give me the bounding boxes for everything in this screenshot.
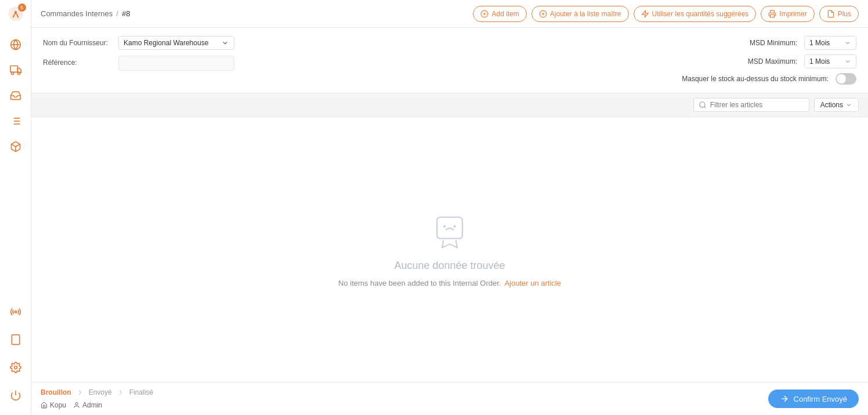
supplier-value: Kamo Regional Warehouse (124, 39, 218, 47)
more-button[interactable]: Plus (819, 6, 859, 22)
add-article-link[interactable]: Ajouter un article (504, 279, 561, 287)
hide-stock-label: Masquer le stock au-dessus du stock mini… (682, 75, 829, 83)
svg-point-27 (699, 102, 704, 107)
msd-max-label: MSD Maximum: (748, 57, 797, 65)
chevron-down-icon-2 (844, 39, 851, 46)
sidebar-item-box[interactable] (4, 135, 27, 158)
filter-bar: Actions (31, 93, 868, 117)
header-actions: Add item Ajouter à la liste maître Utili… (473, 6, 859, 22)
reference-label: Référence: (43, 56, 118, 67)
form-settings-container: Nom du Fournisseur: Kamo Regional Wareho… (31, 28, 868, 93)
sidebar-item-power[interactable] (4, 384, 27, 407)
supplier-row: Nom du Fournisseur: Kamo Regional Wareho… (43, 36, 659, 50)
top-header: Commandes Internes / #8 Add item Ajouter… (31, 0, 868, 28)
svg-rect-4 (10, 66, 17, 72)
supplier-select[interactable]: Kamo Regional Warehouse (118, 36, 234, 50)
svg-point-5 (11, 72, 13, 74)
arrow-right-icon (780, 394, 789, 403)
chevron-down-icon-4 (845, 101, 852, 108)
reference-row: Référence: (43, 56, 659, 71)
msd-max-value: 1 Mois (809, 57, 842, 65)
footer-admin-label: Admin (82, 401, 102, 409)
footer: Brouillon Envoyé Finalisé Kopu (31, 382, 868, 415)
empty-title: Aucune donnée trouvée (394, 260, 505, 272)
empty-state: Aucune donnée trouvée No items have been… (31, 117, 868, 382)
main-content: Commandes Internes / #8 Add item Ajouter… (31, 0, 868, 415)
print-icon (768, 10, 776, 18)
workflow-steps: Brouillon Envoyé Finalisé (41, 388, 153, 396)
lightning-icon (641, 10, 649, 18)
file-icon (827, 10, 835, 18)
hide-stock-row: Masquer le stock au-dessus du stock mini… (682, 73, 856, 85)
actions-label: Actions (820, 101, 843, 109)
home-icon (41, 402, 48, 409)
step-finalise[interactable]: Finalisé (129, 388, 153, 396)
svg-point-14 (15, 311, 16, 312)
msd-min-label: MSD Minimum: (750, 39, 797, 47)
print-button[interactable]: Imprimer (761, 6, 814, 22)
chevron-down-icon-3 (844, 58, 851, 65)
sidebar-item-tablet[interactable] (4, 328, 27, 351)
step-envoye[interactable]: Envoyé (89, 388, 112, 396)
reference-control (118, 56, 234, 71)
svg-point-32 (75, 403, 78, 405)
user-icon (73, 402, 80, 409)
sidebar-item-settings[interactable] (4, 356, 27, 379)
svg-point-30 (443, 225, 446, 227)
svg-point-31 (454, 225, 456, 227)
svg-point-6 (17, 72, 20, 74)
step-brouillon[interactable]: Brouillon (41, 388, 71, 396)
confirm-button-label: Confirm Envoyé (794, 395, 847, 403)
msd-max-row: MSD Maximum: 1 Mois (748, 54, 856, 68)
search-input[interactable] (710, 101, 804, 109)
breadcrumb-current: #8 (122, 9, 130, 18)
breadcrumb-parent[interactable]: Commandes Internes (41, 9, 113, 18)
chevron-down-icon (221, 39, 229, 47)
form-left: Nom du Fournisseur: Kamo Regional Wareho… (31, 28, 670, 93)
sidebar-item-list[interactable] (4, 110, 27, 133)
msd-min-value: 1 Mois (809, 39, 842, 47)
app-logo[interactable]: 5 (8, 6, 24, 24)
svg-point-17 (14, 366, 17, 369)
search-wrapper (693, 98, 809, 112)
app-badge: 5 (18, 3, 26, 12)
svg-rect-26 (771, 14, 775, 17)
supplier-label: Nom du Fournisseur: (43, 36, 118, 47)
empty-subtitle: No items have been added to this Interna… (338, 279, 561, 287)
svg-line-28 (704, 107, 706, 108)
footer-admin: Admin (73, 401, 102, 409)
msd-min-select[interactable]: 1 Mois (804, 36, 856, 50)
plus-circle-icon-2 (539, 10, 547, 18)
add-item-button[interactable]: Add item (473, 6, 526, 22)
actions-button[interactable]: Actions (814, 98, 859, 112)
supplier-control: Kamo Regional Warehouse (118, 36, 234, 50)
empty-state-icon (429, 212, 470, 253)
add-to-master-button[interactable]: Ajouter à la liste maître (531, 6, 629, 22)
form-right: MSD Minimum: 1 Mois MSD Maximum: 1 Mois (670, 28, 868, 93)
svg-point-1 (14, 11, 16, 13)
msd-max-select[interactable]: 1 Mois (804, 54, 856, 68)
sidebar-item-globe[interactable] (4, 33, 27, 56)
msd-min-row: MSD Minimum: 1 Mois (750, 36, 856, 50)
sidebar-item-truck[interactable] (4, 59, 27, 82)
step-sep-1 (76, 388, 84, 396)
empty-subtitle-text: No items have been added to this Interna… (338, 279, 501, 287)
footer-kopu-label: Kopu (50, 401, 66, 409)
sidebar-item-radio[interactable] (4, 300, 27, 323)
hide-stock-toggle[interactable] (836, 73, 856, 85)
use-suggested-button[interactable]: Utiliser les quantités suggérées (634, 6, 757, 22)
content-wrapper: Actions Aucune donnée trouvée No items h… (31, 93, 868, 382)
footer-kopu: Kopu (41, 401, 66, 409)
confirm-envoye-button[interactable]: Confirm Envoyé (768, 389, 859, 408)
breadcrumb-separator: / (116, 9, 118, 18)
search-icon (699, 101, 707, 109)
plus-circle-icon (480, 10, 489, 18)
footer-info: Kopu Admin (41, 401, 153, 409)
step-sep-2 (117, 388, 125, 396)
svg-marker-25 (642, 10, 648, 17)
reference-input[interactable] (118, 56, 234, 71)
breadcrumb: Commandes Internes / #8 (41, 9, 130, 18)
sidebar-item-inbox[interactable] (4, 84, 27, 107)
sidebar: 5 (0, 0, 31, 415)
